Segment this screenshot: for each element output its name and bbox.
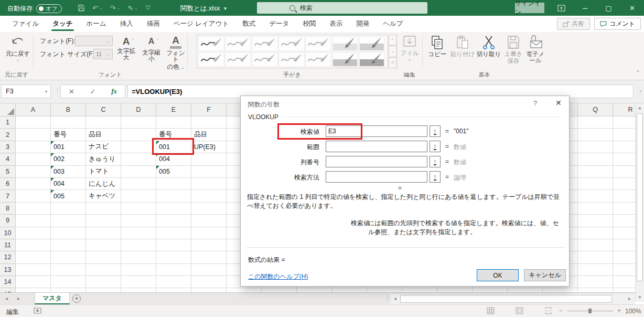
cell-F15[interactable]	[191, 288, 227, 292]
cell-A9[interactable]	[16, 215, 51, 227]
pen-style-8[interactable]	[198, 52, 224, 67]
cell-F3[interactable]: UP(E3)	[191, 141, 227, 153]
cell-B8[interactable]	[51, 203, 86, 215]
cell-Q2[interactable]	[578, 129, 613, 141]
cell-F9[interactable]	[191, 215, 227, 227]
column-header-E[interactable]: E	[156, 103, 191, 117]
page-break-preview-button[interactable]	[544, 307, 552, 316]
cell-B11[interactable]	[51, 239, 86, 251]
column-header-Q[interactable]: Q	[578, 103, 613, 117]
maximize-button[interactable]: ▢	[597, 0, 620, 16]
scroll-down-arrow[interactable]: ▼	[636, 293, 644, 302]
pen-style-9[interactable]	[225, 52, 251, 67]
cell-F10[interactable]	[191, 227, 227, 239]
pen-style-2[interactable]	[225, 36, 251, 51]
ribbon-tab-ページ レイアウト[interactable]: ページ レイアウト	[167, 16, 236, 32]
cell-D12[interactable]	[121, 251, 156, 263]
expand-formula-bar-button[interactable]: ⌄	[638, 88, 642, 93]
cell-D11[interactable]	[121, 239, 156, 251]
cell-R11[interactable]	[613, 239, 635, 251]
grow-font-button[interactable]: Aˆ 文字拡大	[114, 36, 138, 60]
row-header-10[interactable]: 10	[0, 227, 16, 239]
cell-C5[interactable]: トマト	[86, 166, 121, 178]
ribbon-tab-校閲[interactable]: 校閲	[296, 16, 323, 32]
horizontal-scrollbar[interactable]: ◄ ►	[391, 294, 635, 304]
cell-B2[interactable]: 番号	[51, 129, 86, 141]
cell-R15[interactable]	[613, 288, 635, 292]
record-macro-icon[interactable]	[34, 307, 42, 316]
cell-D8[interactable]	[121, 203, 156, 215]
cell-R7[interactable]	[613, 190, 635, 202]
cell-F1[interactable]	[191, 117, 227, 129]
cell-R14[interactable]	[613, 276, 635, 288]
column-header-A[interactable]: A	[16, 103, 51, 117]
dialog-help-icon[interactable]: ?	[533, 99, 537, 107]
row-header-7[interactable]: 7	[0, 190, 16, 202]
tab-scrollbar-splitter[interactable]: ⋮	[384, 294, 391, 302]
cell-Q12[interactable]	[578, 251, 613, 263]
cell-A1[interactable]	[16, 117, 51, 129]
column-header-D[interactable]: D	[121, 103, 156, 117]
cell-Q13[interactable]	[578, 264, 613, 276]
save-icon[interactable]	[78, 4, 85, 12]
scroll-right-arrow[interactable]: ►	[625, 297, 634, 301]
cell-C2[interactable]: 品目	[86, 129, 121, 141]
row-header-8[interactable]: 8	[0, 203, 16, 215]
cell-F4[interactable]	[191, 153, 227, 165]
cell-R4[interactable]	[613, 153, 635, 165]
insert-function-button[interactable]: fx	[111, 87, 117, 96]
cell-E5[interactable]: 005	[156, 166, 191, 178]
argument-input-検索方法[interactable]	[326, 171, 427, 183]
row-header-15[interactable]: 15	[0, 288, 16, 292]
cell-D15[interactable]	[121, 288, 156, 292]
undo-button[interactable]: ↶⌄	[92, 4, 103, 12]
cell-R10[interactable]	[613, 227, 635, 239]
cell-B10[interactable]	[51, 227, 86, 239]
cell-A11[interactable]	[16, 239, 51, 251]
dialog-close-icon[interactable]: ✕	[555, 99, 562, 107]
zoom-out-button[interactable]: −	[559, 307, 563, 314]
cell-C7[interactable]: キャベツ	[86, 190, 121, 202]
cell-R8[interactable]	[613, 203, 635, 215]
cell-H15[interactable]	[262, 288, 297, 292]
pen-style-1[interactable]	[198, 36, 224, 51]
sign-in-button[interactable]: サインイン	[515, 3, 544, 13]
cell-B12[interactable]	[51, 251, 86, 263]
cell-E15[interactable]	[156, 288, 191, 292]
cell-E7[interactable]	[156, 190, 191, 202]
cell-E4[interactable]: 004	[156, 153, 191, 165]
undo-big-button[interactable]: 元に戻す ⌄	[5, 35, 30, 62]
search-input[interactable]: 検索	[257, 2, 427, 14]
cell-M15[interactable]	[437, 288, 473, 292]
ribbon-tab-描画[interactable]: 描画	[140, 16, 167, 32]
cell-D3[interactable]	[121, 141, 156, 153]
redo-button[interactable]: ↷⌄	[110, 4, 121, 12]
cell-A15[interactable]	[16, 288, 51, 292]
ribbon-tab-開発[interactable]: 開発	[349, 16, 376, 32]
cell-E10[interactable]	[156, 227, 191, 239]
close-button[interactable]: ✕	[620, 0, 644, 16]
cell-C9[interactable]	[86, 215, 121, 227]
row-header-2[interactable]: 2	[0, 129, 16, 141]
pen-style-12[interactable]	[305, 52, 331, 67]
cell-Q10[interactable]	[578, 227, 613, 239]
save-as-button[interactable]: 上書き 保存	[502, 35, 524, 64]
cell-P15[interactable]	[543, 288, 578, 292]
zoom-slider[interactable]	[567, 311, 613, 311]
cell-C1[interactable]	[86, 117, 121, 129]
cell-D2[interactable]	[121, 129, 156, 141]
font-size-dropdown[interactable]: 11⌄	[93, 49, 113, 59]
cell-Q4[interactable]	[578, 153, 613, 165]
cell-G15[interactable]	[227, 288, 262, 292]
horizontal-scroll-thumb[interactable]	[400, 295, 612, 303]
cell-Q6[interactable]	[578, 178, 613, 190]
cell-A8[interactable]	[16, 203, 51, 215]
row-header-13[interactable]: 13	[0, 264, 16, 276]
collapse-dialog-button[interactable]: ↑	[430, 125, 441, 137]
name-box[interactable]: F3 ▾	[1, 84, 51, 98]
column-header-B[interactable]: B	[51, 103, 86, 117]
row-header-1[interactable]: 1	[0, 117, 16, 129]
normal-view-button[interactable]	[487, 307, 495, 316]
row-header-6[interactable]: 6	[0, 178, 16, 190]
row-header-9[interactable]: 9	[0, 215, 16, 227]
